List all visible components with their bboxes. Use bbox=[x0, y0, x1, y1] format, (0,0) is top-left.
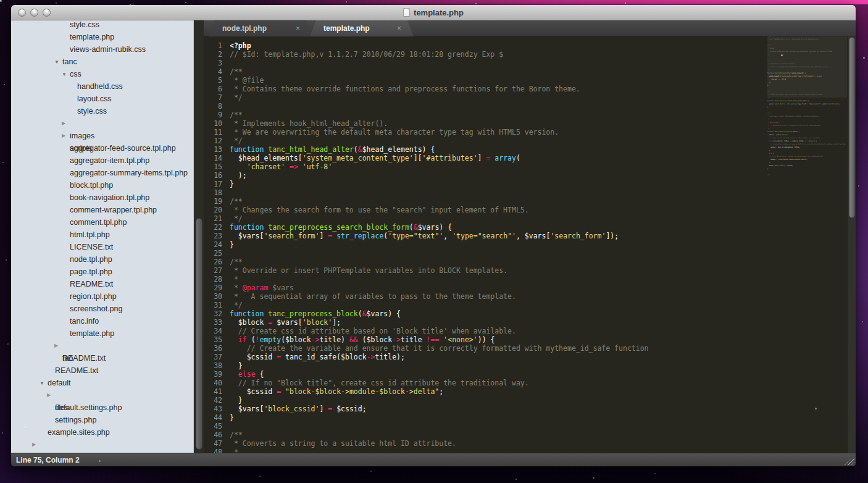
line-number: 28 bbox=[204, 275, 222, 284]
collapse-arrow-icon[interactable]: ▼ bbox=[54, 56, 62, 69]
code-line: 15 'charset' => 'utf-8' bbox=[204, 162, 847, 171]
sidebar-item-files[interactable]: ▶files bbox=[11, 389, 193, 401]
code-line: 14 $head_elements['system_meta_content_t… bbox=[204, 154, 847, 162]
sidebar-item-layout.css[interactable]: layout.css bbox=[11, 93, 193, 105]
line-number: 39 bbox=[204, 370, 222, 379]
line-number: 32 bbox=[204, 309, 222, 318]
zoom-window-button[interactable] bbox=[43, 9, 51, 17]
sidebar-item-html.tpl.php[interactable]: html.tpl.php bbox=[11, 229, 193, 241]
sidebar-item-node.tpl.php[interactable]: node.tpl.php bbox=[11, 253, 193, 266]
line-number: 12 bbox=[204, 136, 222, 145]
file-label: README.txt bbox=[70, 280, 113, 288]
editor-scrollbar-thumb[interactable] bbox=[849, 37, 855, 218]
expand-arrow-icon[interactable]: ▶ bbox=[54, 340, 62, 352]
code-line: 37 $cssid = tanc_id_safe($block->title); bbox=[204, 353, 847, 361]
sidebar-item-comment-wrapper.tpl.php[interactable]: comment-wrapper.tpl.php bbox=[11, 204, 193, 216]
file-label: template.php bbox=[70, 33, 114, 41]
line-number: 26 bbox=[204, 258, 222, 266]
file-label: aggregator-feed-source.tpl.php bbox=[70, 144, 176, 153]
sidebar-item-tanc.info[interactable]: tanc.info bbox=[11, 315, 193, 327]
code-line: 35 if (!empty($block->title) && ($block-… bbox=[204, 335, 847, 344]
expand-arrow-icon[interactable]: ▶ bbox=[62, 117, 70, 130]
code-line: 48 * bbox=[204, 448, 847, 453]
sidebar-item-region.tpl.php[interactable]: region.tpl.php bbox=[11, 290, 193, 303]
tab-close-icon[interactable]: × bbox=[397, 24, 401, 33]
tab-node.tpl.php[interactable]: node.tpl.php× bbox=[209, 20, 312, 36]
tab-label: node.tpl.php bbox=[222, 24, 267, 33]
tab-template.php[interactable]: template.php× bbox=[310, 20, 414, 36]
sidebar-item-README.txt[interactable]: README.txt bbox=[11, 352, 193, 364]
sidebar-item-screenshot.png[interactable]: screenshot.png bbox=[11, 303, 193, 315]
sidebar-item-settings.php[interactable]: settings.php bbox=[11, 414, 193, 426]
code-line: 41 $cssid = "block-$block->module-$block… bbox=[204, 387, 847, 396]
sidebar-item-comment.tpl.php[interactable]: comment.tpl.php bbox=[11, 216, 193, 229]
sidebar-item-views-admin-rubik.css[interactable]: views-admin-rubik.css bbox=[11, 43, 193, 56]
line-number: 38 bbox=[204, 361, 222, 370]
sidebar-item-aggregator-summary-items.tpl.php[interactable]: aggregator-summary-items.tpl.php bbox=[11, 167, 193, 179]
close-window-button[interactable] bbox=[18, 9, 26, 17]
sidebar-item-default.settings.php[interactable]: default.settings.php bbox=[11, 401, 193, 414]
editor-column: node.tpl.php×template.php× 1<?php2// $Id… bbox=[204, 20, 856, 453]
sidebar-item-template.php[interactable]: template.php bbox=[11, 327, 193, 340]
collapse-arrow-icon[interactable]: ▼ bbox=[40, 377, 48, 390]
code-line: 1<?php bbox=[204, 41, 847, 50]
collapse-arrow-icon[interactable]: ▼ bbox=[62, 69, 70, 81]
code-line: 16 ); bbox=[204, 171, 847, 180]
sidebar[interactable]: style.csstemplate.phpviews-admin-rubik.c… bbox=[11, 20, 193, 453]
sidebar-item-template.php[interactable]: template.php bbox=[11, 31, 193, 43]
sidebar-item-README.txt[interactable]: README.txt bbox=[11, 364, 193, 377]
code-line: 3 bbox=[204, 59, 847, 67]
line-number: 34 bbox=[204, 327, 222, 335]
line-number: 10 bbox=[204, 119, 222, 128]
traffic-lights bbox=[18, 9, 51, 17]
titlebar[interactable]: template.php bbox=[11, 5, 856, 20]
line-number: 40 bbox=[204, 379, 222, 387]
tab-close-icon[interactable]: × bbox=[296, 24, 300, 33]
sidebar-scrollbar-thumb[interactable] bbox=[196, 218, 202, 450]
sidebar-item-README.txt[interactable]: README.txt bbox=[11, 278, 193, 290]
sidebar-item-images[interactable]: ▶images bbox=[11, 117, 193, 130]
editor-scrollbar[interactable] bbox=[847, 36, 856, 453]
sidebar-item-handheld.css[interactable]: handheld.css bbox=[11, 80, 193, 93]
sidebar-item-style.css[interactable]: style.css bbox=[11, 105, 193, 117]
document-icon bbox=[403, 8, 410, 17]
sidebar-item-block.tpl.php[interactable]: block.tpl.php bbox=[11, 179, 193, 191]
sidebar-item-scripts[interactable]: ▶scripts bbox=[11, 130, 193, 142]
line-number: 29 bbox=[204, 284, 222, 292]
sidebar-scrollbar[interactable] bbox=[193, 20, 204, 453]
sidebar-item-style.css[interactable]: style.css bbox=[11, 20, 193, 31]
code-line: 42 } bbox=[204, 396, 847, 405]
sidebar-item-book-navigation.tpl.php[interactable]: book-navigation.tpl.php bbox=[11, 191, 193, 204]
code-editor[interactable]: 1<?php2// $Id: template.php,v 1.1.2.7 20… bbox=[204, 36, 847, 453]
file-label: layout.css bbox=[77, 94, 112, 103]
resize-grip-icon[interactable] bbox=[844, 456, 854, 465]
expand-arrow-icon[interactable]: ▶ bbox=[47, 389, 55, 401]
statusbar: Line 75, Column 2 bbox=[11, 453, 856, 466]
code-line: 39 else { bbox=[204, 370, 847, 379]
sidebar-item-tao[interactable]: ▶tao bbox=[11, 340, 193, 352]
file-label: comment.tpl.php bbox=[70, 218, 127, 227]
sidebar-item-default[interactable]: ▼default bbox=[11, 377, 193, 389]
sidebar-item-aggregator-feed-source.tpl.php[interactable]: aggregator-feed-source.tpl.php bbox=[11, 142, 193, 154]
sidebar-item-example.sites.php[interactable]: example.sites.php bbox=[11, 426, 193, 439]
line-number: 17 bbox=[204, 180, 222, 188]
minimize-window-button[interactable] bbox=[30, 9, 38, 17]
sidebar-item-tanc[interactable]: ▼tanc bbox=[11, 56, 193, 68]
file-label: comment-wrapper.tpl.php bbox=[70, 206, 157, 214]
sidebar-item-page.tpl.php[interactable]: page.tpl.php bbox=[11, 266, 193, 278]
sidebar-item-css[interactable]: ▼css bbox=[11, 68, 193, 80]
minimap[interactable]: <?php// $Id: template.php,v 1.1.2.7 2010… bbox=[767, 36, 847, 177]
cursor-position-label: Line 75, Column 2 bbox=[16, 456, 80, 464]
expand-arrow-icon[interactable]: ▶ bbox=[32, 439, 40, 451]
line-number: 33 bbox=[204, 318, 222, 327]
file-tree: style.csstemplate.phpviews-admin-rubik.c… bbox=[11, 20, 193, 451]
line-number: 42 bbox=[204, 396, 222, 405]
code-line: 31 */ bbox=[204, 301, 847, 309]
window-title-text: template.php bbox=[414, 8, 464, 17]
sidebar-item-aggregator-item.tpl.php[interactable]: aggregator-item.tpl.php bbox=[11, 154, 193, 167]
sidebar-item-themes[interactable]: ▶themes bbox=[11, 439, 193, 451]
sidebar-item-LICENSE.txt[interactable]: LICENSE.txt bbox=[11, 241, 193, 253]
expand-arrow-icon[interactable]: ▶ bbox=[62, 130, 70, 142]
code-line: 8 bbox=[204, 102, 847, 111]
file-label: style.css bbox=[77, 107, 107, 116]
